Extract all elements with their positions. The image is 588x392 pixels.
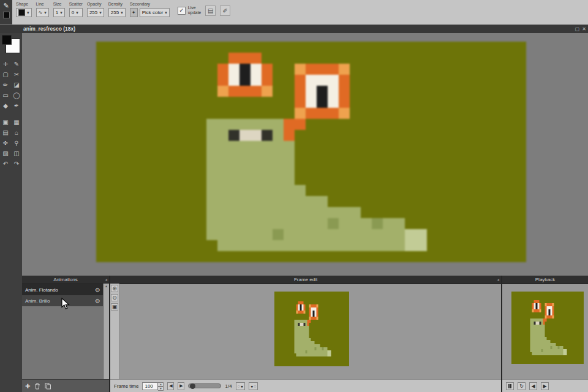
density-group: Density 255 ▾ <box>108 2 126 17</box>
move-tool-button[interactable]: ✛ <box>0 59 11 69</box>
color-swatches[interactable] <box>0 34 22 55</box>
pan-tool-button[interactable]: ✜ <box>0 138 11 148</box>
playback-thumbnail <box>511 292 584 364</box>
frame-thumbnail[interactable] <box>274 292 349 366</box>
frame-edit-toolstrip: ⊕ ⊖ ▣ <box>110 284 119 380</box>
dot-icon: ● <box>251 384 253 388</box>
mouse-cursor <box>61 298 70 310</box>
animations-header[interactable]: Animations ◂ <box>22 276 109 284</box>
redo-button[interactable]: ↷ <box>11 159 22 169</box>
frame-tool-button[interactable]: ◫ <box>11 148 22 159</box>
frame-slider-knob[interactable] <box>190 383 195 389</box>
spin-down-icon[interactable]: ▾ <box>158 386 164 391</box>
tool-column: ✛ ✎ ▢ ✂ ✏ ◪ ▭ ◯ ◆ ✒ ▣ ▦ ▤ ⌂ ✜ ⚲ ▨ ◫ ↶ ↷ <box>0 33 22 392</box>
opacity-label: Opacity <box>87 2 104 7</box>
animations-scrollbar[interactable]: ▴ <box>103 284 109 380</box>
tile-tool-button[interactable]: ▦ <box>11 117 22 127</box>
live-update-checkbox[interactable]: ✓ <box>178 7 186 15</box>
line-select[interactable]: ∿ ▾ <box>36 8 49 17</box>
layers-tool-button[interactable]: ▤ <box>0 127 11 138</box>
ellipse-tool-button[interactable]: ◯ <box>11 90 22 100</box>
pause-icon <box>508 384 510 388</box>
live-update-label: Live update <box>188 6 201 15</box>
zoom-out-button[interactable]: ⊖ <box>111 294 118 301</box>
frame-edit-header[interactable]: Frame edit ◂ <box>110 276 501 284</box>
frame-time-stepper[interactable]: 100 ▴ ▾ <box>142 382 164 390</box>
add-animation-button[interactable]: ✚ <box>25 383 30 390</box>
playback-next-button[interactable]: ▶ <box>541 382 549 390</box>
size-value: 1 <box>56 10 58 15</box>
rect-tool-button[interactable]: ▭ <box>0 90 11 100</box>
scratchpad-icon: ✐ <box>223 7 228 14</box>
shape-group: Shape ▾ <box>16 2 32 17</box>
shape-select[interactable]: ▾ <box>16 8 32 17</box>
playback-prev-button[interactable]: ◀ <box>529 382 537 390</box>
undo-button[interactable]: ↶ <box>0 159 11 169</box>
duplicate-animation-button[interactable] <box>45 383 51 390</box>
playback-panel: Playback ↻ ◀ ▶ <box>502 276 588 392</box>
ghost-frame-icon: ◌ <box>254 384 256 388</box>
scroll-up-icon[interactable]: ▴ <box>105 284 107 288</box>
density-select[interactable]: 255 ▾ <box>108 8 126 17</box>
live-update-toggle[interactable]: ✓ Live update <box>178 6 201 15</box>
zoom-tool-button[interactable]: ⚲ <box>11 138 22 148</box>
opacity-value: 255 <box>89 10 97 15</box>
fill-tool-button[interactable]: ◆ <box>0 100 11 111</box>
frame-edit-panel: Frame edit ◂ ⊕ ⊖ ▣ Frame time 100 ▴ ▾ <box>110 276 501 392</box>
select-rect-tool-button[interactable]: ▢ <box>0 69 11 80</box>
scratchpad-button[interactable]: ✐ <box>220 6 230 16</box>
sprite-canvas[interactable] <box>96 42 526 262</box>
ink-tool-button[interactable]: ✒ <box>11 100 22 111</box>
pick-color-value: Pick color <box>142 10 164 15</box>
pencil-tool-button[interactable]: ✏ <box>0 80 11 90</box>
next-frame-button[interactable]: ▶ <box>178 382 184 390</box>
home-tool-button[interactable]: ⌂ <box>11 127 22 138</box>
chevron-down-icon: ▾ <box>60 10 62 15</box>
panel-toggle-button[interactable]: ▤ <box>205 6 216 16</box>
eraser-tool-button[interactable]: ◪ <box>11 80 22 90</box>
playback-header[interactable]: Playback <box>502 276 588 284</box>
restore-window-icon[interactable]: ▢ <box>575 25 580 33</box>
frame-thumbnail-canvas[interactable] <box>276 298 348 360</box>
collapse-icon[interactable]: ◂ <box>497 276 499 284</box>
onion-prev-button[interactable]: ◌● <box>236 382 245 390</box>
chevron-down-icon: ▾ <box>121 10 123 15</box>
bottom-dock: Animations ◂ Anim. Flotando ⚙ Anim. Bril… <box>22 276 588 392</box>
secondary-label: Secondary <box>130 2 170 7</box>
scissors-tool-button[interactable]: ✂ <box>11 69 22 80</box>
animation-item-flotando[interactable]: Anim. Flotando ⚙ <box>22 284 104 295</box>
prev-frame-button[interactable]: ◀ <box>167 382 174 390</box>
frame-slider[interactable] <box>188 383 221 388</box>
opacity-select[interactable]: 255 ▾ <box>87 8 104 17</box>
active-tool-cell[interactable]: ✎ <box>0 0 12 24</box>
pencil-icon: ✎ <box>3 1 9 10</box>
grid-toggle-button[interactable]: ▣ <box>111 303 118 311</box>
delete-animation-button[interactable] <box>34 383 40 390</box>
pick-color-select[interactable]: Pick color ▾ <box>140 8 170 17</box>
density-label: Density <box>108 2 126 7</box>
shade-tool-button[interactable]: ▨ <box>0 148 11 159</box>
line-squiggle-icon: ∿ <box>39 10 43 15</box>
loop-button[interactable]: ↻ <box>518 382 526 390</box>
chevron-down-icon: ▾ <box>76 10 78 15</box>
brush-toolbar: ✎ Shape ▾ Line ∿ ▾ Size 1 <box>0 0 588 24</box>
zoom-in-button[interactable]: ⊕ <box>111 285 118 292</box>
pen-tool-button[interactable]: ✎ <box>11 59 22 69</box>
collapse-icon[interactable]: ◂ <box>105 276 107 284</box>
current-color-swatch[interactable] <box>3 12 10 18</box>
frame-time-value[interactable]: 100 <box>142 382 158 390</box>
foreground-color-swatch[interactable] <box>2 35 12 45</box>
ghost-frame-icon: ◌ <box>238 384 240 388</box>
spin-up-icon[interactable]: ▴ <box>158 382 164 386</box>
gear-icon[interactable]: ⚙ <box>95 298 100 304</box>
gear-icon[interactable]: ⚙ <box>95 287 100 293</box>
close-window-icon[interactable]: ✕ <box>582 25 586 33</box>
scatter-select[interactable]: 0 ▾ <box>69 8 83 17</box>
playback-thumbnail-canvas <box>512 297 584 358</box>
stamp-tool-button[interactable]: ▣ <box>0 117 11 127</box>
onion-next-button[interactable]: ●◌ <box>249 382 258 390</box>
size-group: Size 1 ▾ <box>53 2 65 17</box>
pause-button[interactable] <box>506 382 514 390</box>
secondary-mode-button[interactable]: ✦ <box>130 8 138 17</box>
size-select[interactable]: 1 ▾ <box>53 8 65 17</box>
